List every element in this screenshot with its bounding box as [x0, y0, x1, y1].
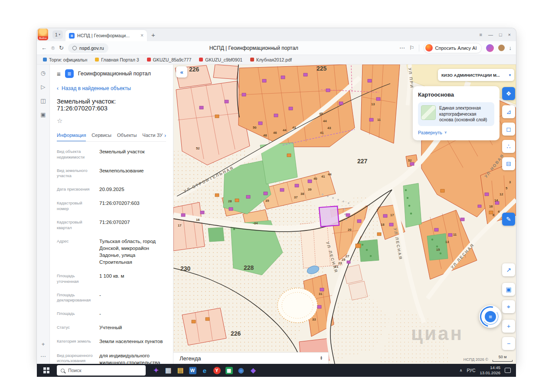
basemap-layer-name: Единая электронная картографическая осно… [439, 105, 491, 123]
yandex-browser-icon[interactable]: Y [211, 364, 223, 377]
collapse-panel-button[interactable]: « [176, 66, 187, 78]
bookmark-item[interactable]: GKUZU_85a9c777 [147, 57, 192, 62]
downloads-icon[interactable]: ↓ [509, 45, 512, 51]
new-tab-button[interactable]: + [151, 31, 155, 39]
bookmark-favicon [250, 58, 254, 62]
task-view-icon[interactable]: ▦ [162, 364, 174, 377]
favorite-star-icon[interactable]: ☆ [57, 117, 65, 125]
refresh-icon[interactable]: ↻ [59, 45, 64, 51]
taskbar-search[interactable]: Поиск [57, 365, 146, 376]
profile-avatar[interactable] [486, 44, 494, 52]
screenshot-icon[interactable]: ▣ [40, 111, 46, 118]
field-value: 71:26:070207 [99, 219, 130, 231]
field-row: Кадастровый номер71:26:070207:603 [57, 200, 166, 212]
bookmark-label: Клубная2012.pdf [256, 57, 292, 62]
p-label: 12 [500, 192, 503, 196]
p-label: 16 [196, 218, 199, 222]
scale-bar: 50 м [493, 352, 513, 362]
clock[interactable]: 14:45 13.01.2026 [480, 365, 500, 376]
ie-icon[interactable]: e [199, 364, 211, 377]
share-tool-button[interactable]: ∴ [502, 140, 515, 153]
yandex-browser-icon-glyph: Y [213, 367, 221, 374]
bookmark-item[interactable]: Клубная2012.pdf [250, 57, 292, 62]
map-area[interactable]: 226225227228230226УЛ СТРОИТЕЛЬНАЯУЛ ЛЕСН… [173, 65, 516, 364]
start-button[interactable] [39, 364, 54, 377]
target-tool-button[interactable]: ⌖ [502, 300, 515, 313]
alice-icon [425, 44, 433, 52]
time: 14:45 [480, 365, 500, 370]
p-label: 11 [453, 233, 457, 236]
layer-selector[interactable]: КИЗО АДМИНИСТРАЦИИ М... ▾ [438, 69, 514, 81]
measure-tool-button[interactable]: ⊿ [502, 105, 515, 118]
browser-tab[interactable]: ≣ НСПД | Геоинформаци... × [65, 30, 147, 41]
field-row: Дата присвоения20.09.2025 [57, 186, 166, 193]
extension-icon[interactable] [498, 45, 505, 51]
panels-icon[interactable]: ◫ [40, 97, 46, 104]
legend-label: Легенда [180, 355, 201, 362]
layers-tool-button[interactable]: ❖ [502, 87, 515, 100]
explorer-icon[interactable]: ▤ [174, 364, 186, 377]
back-link[interactable]: ‹ Назад в найденные объекты [57, 85, 166, 91]
basemap-layer[interactable]: Единая электронная картографическая осно… [418, 102, 494, 126]
menu-hamburger-icon[interactable]: ≡ [57, 70, 61, 78]
p-label: 17 [178, 224, 181, 227]
services-icon[interactable]: ▷ [41, 84, 45, 90]
task-view-icon-glyph: ▦ [165, 366, 171, 374]
panel-tab-1[interactable]: Сервисы [91, 133, 111, 141]
print-tool-button[interactable]: ⊟ [502, 157, 515, 170]
restore-button[interactable]: □ [499, 32, 502, 37]
tab-bar: Войти 1 ▾ ≣ НСПД | Геоинформаци... × + ≡… [37, 28, 516, 41]
panel-tab-3[interactable]: Части ЗУ [142, 133, 163, 141]
area-select-tool-button[interactable]: ◻ [502, 123, 515, 136]
word-icon[interactable]: W [186, 364, 199, 377]
page-title: НСПД | Геоинформационный портал [113, 45, 395, 51]
edit-tool-button[interactable]: ✎ [502, 213, 515, 226]
bookmark-flag-icon[interactable]: ⚐ [409, 45, 415, 51]
bookmark-item[interactable]: Торги: официальн [43, 57, 87, 62]
back-icon[interactable]: ← [41, 45, 47, 51]
field-label: Статус [57, 324, 94, 331]
notification-icon[interactable] [505, 368, 511, 373]
tab-counter[interactable]: 1 ▾ [52, 30, 63, 39]
chrome-icon[interactable]: ◉ [235, 364, 247, 377]
bookmarks-bar: Торги: официальнГлавная Портал 3GKUZU_85… [37, 55, 516, 65]
navigate-tool-button[interactable]: ↗ [502, 263, 515, 276]
assistant-button[interactable]: ≡ [479, 305, 502, 328]
p-label: 38 [300, 192, 304, 196]
add-panel-icon[interactable]: + [42, 341, 45, 347]
panel-tab-2[interactable]: Объекты [117, 133, 137, 141]
alice-button[interactable]: Спросить Алису AI [424, 43, 482, 53]
overview-map-tool-button[interactable]: ▣ [502, 283, 515, 296]
field-label: Вид объекта недвижимости [57, 148, 94, 160]
legend-bar[interactable]: Легенда ▴ ▾ [173, 352, 329, 364]
game-icon[interactable]: ◆ [247, 364, 259, 377]
bookmark-item[interactable]: Главная Портал 3 [95, 57, 139, 62]
alice-spark-icon[interactable]: ✦ [150, 364, 162, 377]
bookmark-item[interactable]: GKUZU_c9bf0901 [199, 57, 242, 62]
tray-expand-icon[interactable]: ∧ [460, 368, 463, 373]
panel-tab-0[interactable]: Информация [57, 133, 86, 141]
address-field[interactable]: nspd.gov.ru [68, 43, 108, 53]
legend-toggle-icon[interactable]: ▴ ▾ [320, 356, 322, 360]
minimize-button[interactable]: — [488, 32, 493, 37]
p-label: 15 [436, 248, 440, 252]
selected-parcel[interactable] [319, 206, 339, 227]
zoom-in-button[interactable]: + [502, 320, 515, 333]
tabs-more-icon[interactable]: › [163, 133, 166, 141]
info-panel: ≡ ≣ Геоинформационный портал ‹ Назад в н… [50, 65, 173, 364]
menu-icon[interactable]: ≡ [479, 32, 482, 37]
avatar [38, 29, 48, 36]
login-avatar[interactable]: Войти [38, 29, 48, 40]
tab-close-button[interactable]: × [140, 32, 144, 39]
reader-mode-icon[interactable]: ® [51, 45, 55, 51]
more-panel-icon[interactable]: ⋯ [40, 353, 46, 360]
zoom-out-button[interactable]: − [502, 337, 515, 350]
more-icon[interactable]: ⋯ [399, 45, 405, 51]
sheets-icon[interactable]: ▦ [223, 364, 235, 377]
p-label: 44 [328, 172, 332, 176]
language-indicator[interactable]: РУС [467, 368, 475, 373]
bookmark-favicon [199, 58, 203, 62]
history-icon[interactable]: ◷ [41, 70, 46, 76]
expand-link[interactable]: Развернуть ∨ [418, 130, 494, 135]
close-button[interactable]: × [508, 32, 511, 37]
